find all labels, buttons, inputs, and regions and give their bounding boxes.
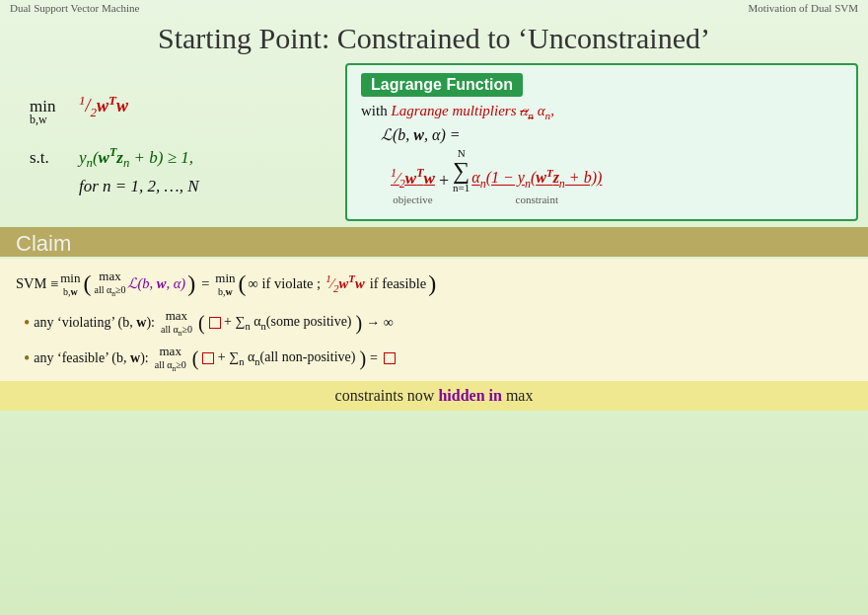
left-panel: min b,w 1/2wTw s.t. yn(wTzn + b) ≥ 1, fo… [10,63,345,221]
main-title: Starting Point: Constrained to ‘Unconstr… [0,16,868,63]
svm-line: SVM ≡ min b,w ( max all αn≥0 ℒ(b, w, α) … [16,269,852,298]
right-panel: Lagrange Function with Lagrange multipli… [345,63,858,221]
bottom-bar: constraints now hidden in max [0,381,868,411]
constraint-expression: yn(wTzn + b) ≥ 1, [79,145,193,171]
bottom-max: max [506,387,534,404]
bottom-text: constraints now [335,387,435,404]
claim-title: Claim [16,231,852,257]
st-label: s.t. [30,148,79,168]
top-left-label: Dual Support Vector Machine [10,2,139,14]
for-line: for n = 1, 2, …, N [79,177,335,196]
min-expression: 1/2wTw [79,93,128,120]
lagrange-formula-lhs: ℒ(b, w, α) = [381,125,842,144]
top-right-label: Motivation of Dual SVM [748,2,858,14]
claim-body: SVM ≡ min b,w ( max all αn≥0 ℒ(b, w, α) … [0,259,868,381]
min-label: min b,w [30,97,79,127]
lagrange-box: Lagrange Function with Lagrange multipli… [345,63,858,221]
bullet-2: • any ‘feasible’ (b, w): max all αn≥0 ( … [16,344,852,373]
claim-section: Claim [0,227,868,257]
bullet-1: • any ‘violating’ (b, w): max all αn≥0 (… [16,308,852,338]
bottom-bold: hidden in [438,387,501,404]
lagrange-full-formula: 1⁄2wTw objective + N ∑ n=1 αn(1 − yn(wTz… [391,148,842,205]
lagrange-title: Lagrange Function [361,73,523,97]
top-bar: Dual Support Vector Machine Motivation o… [0,0,868,16]
lagrange-with-text: with Lagrange multipliers 𝛼n αn, [361,103,842,121]
